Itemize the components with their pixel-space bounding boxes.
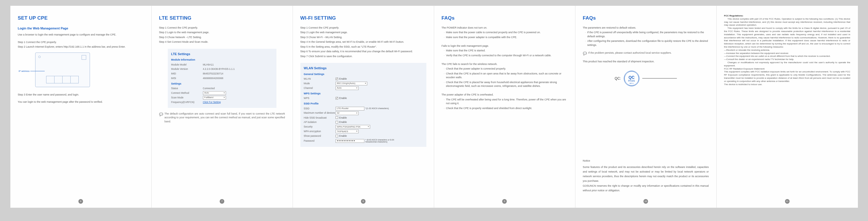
step: Step 3 Chose Wi-Fi→WLAN Setting. — [300, 35, 426, 39]
faq-question: The POWER indicator does not turn on. — [442, 26, 568, 30]
ports-icon — [46, 76, 79, 83]
qc-stamp: QC: QC PASS NO.1 — [583, 71, 709, 86]
fcc-subheading: FCC RF Radiation Exposure Statement: — [724, 67, 850, 71]
field-label: Mode — [304, 82, 336, 85]
field-label: WLAN — [304, 77, 336, 81]
step: Step 1 Connect the CPE properly. — [159, 26, 285, 30]
hide-ssid-checkbox[interactable] — [336, 116, 338, 119]
field-value: 4.2.2.0-30436-BYPASS-1.1.1 — [203, 67, 235, 71]
fcc-measure: —Consult the dealer or an experienced ra… — [724, 58, 850, 61]
field-label: WPS — [304, 96, 336, 100]
page-title: LTE SETTING — [159, 15, 285, 22]
page-title: FAQs — [583, 15, 709, 22]
ip-address-label: IP address — [19, 70, 30, 73]
fcc-text: This device complies with part 15 of the… — [724, 18, 850, 27]
field-label: Module Version — [171, 67, 203, 71]
signature-line — [642, 78, 677, 79]
wpa-encryption-select[interactable]: TKIP&AES — [336, 130, 359, 133]
faq-answer: If the CPE is powered off unexpectedly w… — [583, 31, 709, 38]
field-label: Status — [171, 87, 203, 90]
step: Step 6 To ensure your data safety, it is… — [300, 50, 426, 54]
panel-title: LTE Settings — [171, 52, 273, 57]
faq-answer: After configuring the parameters, downlo… — [583, 39, 709, 47]
qc-label: QC: — [615, 76, 621, 81]
fcc-text: This equipment has been tested and found… — [724, 27, 850, 49]
ssid-input[interactable]: LTE-Router — [336, 107, 364, 111]
step: Step 1 Connect the CPE properly. — [18, 40, 144, 45]
scan-mode-select[interactable]: FullBand — [203, 96, 226, 100]
shipment-text: This product has reached the standard of… — [583, 60, 709, 64]
field-value: Connected — [203, 87, 215, 90]
channel-select[interactable]: Auto — [336, 86, 359, 90]
security-select[interactable]: WPA-PSK&WPA2-PSK — [336, 125, 370, 129]
page-number: 6 — [79, 199, 83, 204]
step: Step 5 In the Setting area, modify the S… — [300, 45, 426, 49]
checkbox-label: Enable — [339, 134, 347, 138]
section-title: Login the Web Management Page — [18, 26, 144, 31]
faq-answer: Check that the CPE is placed far away fr… — [442, 81, 568, 88]
field-label: Channel — [304, 86, 336, 90]
faq-answer: Check that the power adapter is connecte… — [442, 67, 568, 71]
page-title: FAQs — [442, 15, 568, 22]
body-text: You can login to the web management page… — [18, 100, 144, 104]
faq-answer: Check that the CPE is placed in an open … — [442, 72, 568, 80]
field-value: MLH9A11 — [203, 63, 214, 67]
callout-line — [30, 71, 45, 71]
field-label: Show password — [304, 134, 336, 138]
page-number: 10 — [644, 199, 648, 204]
qc-pass-stamp-icon: QC PASS NO.1 — [624, 71, 640, 86]
fcc-text: This equipment complies with FCC radiati… — [724, 71, 850, 86]
faq-question: The parameters are restored to default v… — [583, 26, 709, 30]
page-faqs-2: FAQs The parameters are restored to defa… — [576, 6, 717, 208]
step: Step 7 Click Submit to save the configur… — [300, 55, 426, 59]
page-lte-setting: LTE SETTING Step 1 Connect the CPE prope… — [152, 6, 293, 208]
step: Step 2 Login to the web management page. — [159, 31, 285, 35]
note-text: The default configuration are auto conne… — [165, 112, 285, 124]
field-label: Frequency(EARFCN) — [171, 101, 203, 104]
fcc-measure: —Reorient or relocate the receiving ante… — [724, 49, 850, 52]
page-number: 9 — [502, 199, 507, 204]
ap-isolation-checkbox[interactable] — [336, 121, 338, 123]
hint-text: *(1-32 ASCII characters) — [366, 107, 389, 110]
lte-settings-panel: LTE Settings Module Information Module M… — [168, 49, 276, 108]
frequency-link[interactable]: Click For Setting — [203, 101, 221, 104]
panel-subtitle: General Settings — [304, 73, 423, 77]
step: Step 4 Set Connect Mode and Scan mode. — [159, 40, 285, 44]
faq-answer: Make sure that the power cable is connec… — [442, 31, 568, 35]
field-label: Module Model — [171, 63, 203, 67]
show-password-checkbox[interactable] — [336, 135, 338, 137]
faq-question: The power adapter of the CPE is overheat… — [442, 93, 568, 97]
page-title: SET UP CPE — [18, 15, 144, 22]
fcc-text: Changes or modifications not expressly a… — [724, 61, 850, 67]
panel-subtitle: Module Information — [171, 58, 273, 62]
faq-answer: Make sure that the power adapter is comp… — [442, 35, 568, 39]
mode-select[interactable]: 802.11b/g/n(Auto) — [336, 82, 367, 85]
field-label: Maximum number of devices — [304, 112, 336, 114]
faq-answer: Make sure that the CPE is started. — [442, 49, 568, 53]
field-label: AP isolation — [304, 120, 336, 124]
wlan-settings-panel: WLAN Settings General Settings WLANEnabl… — [300, 63, 426, 147]
step: Step 3 Enter the user name and password,… — [18, 93, 144, 97]
field-label: WPA encryption — [304, 130, 336, 133]
password-input[interactable]: ●●●●●●●●●●● — [336, 139, 364, 143]
checkbox-label: Enable — [339, 120, 347, 124]
page-faqs-1: FAQs The POWER indicator does not turn o… — [434, 6, 576, 208]
field-value: 460680004200068 — [203, 77, 223, 80]
step: Step 3 Chose Network→LTE Setting. — [159, 35, 285, 39]
fcc-measure: —Connect the equipment into an outlet on… — [724, 55, 850, 58]
page-number: 7 — [220, 199, 224, 204]
connect-method-select[interactable]: Auto — [203, 91, 226, 95]
page-number: 8 — [361, 199, 366, 204]
wlan-enable-checkbox[interactable] — [336, 78, 338, 80]
step: Step 1 Connect the CPE properly. — [300, 26, 426, 30]
faq-question: Fails to login the web management page. — [442, 44, 568, 48]
notice-text: Some features of the product and its acc… — [583, 165, 709, 193]
fcc-measure: —Increase the separation between the equ… — [724, 52, 850, 55]
checkbox-label: Enable — [339, 116, 347, 120]
fcc-heading: FCC Regulations: — [724, 15, 743, 17]
field-label: IMSI — [171, 77, 203, 80]
note-icon: 💬 — [159, 112, 163, 124]
faq-answer: Check that the CPE is properly ventilate… — [442, 107, 568, 111]
wps-enable-checkbox[interactable] — [336, 97, 338, 100]
max-devices-select[interactable]: 32 — [336, 111, 359, 115]
